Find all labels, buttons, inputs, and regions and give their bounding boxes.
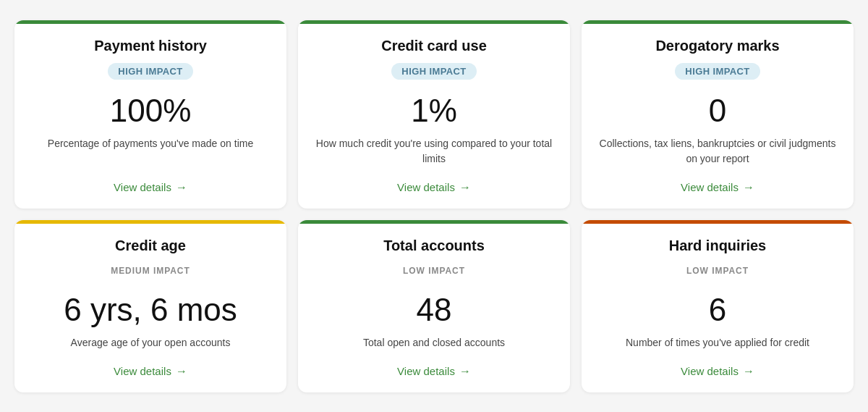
card-payment-history: Payment history HIGH IMPACT 100% Percent…: [14, 20, 286, 209]
view-details-label-hard-inquiries: View details: [681, 365, 739, 377]
card-description-derogatory-marks: Collections, tax liens, bankruptcies or …: [599, 136, 836, 167]
view-details-link-credit-age[interactable]: View details →: [114, 365, 187, 378]
card-value-total-accounts: 48: [417, 292, 452, 328]
arrow-icon-hard-inquiries: →: [743, 365, 754, 378]
card-value-hard-inquiries: 6: [709, 292, 726, 328]
impact-badge-derogatory-marks: HIGH IMPACT: [675, 63, 760, 80]
view-details-label-credit-card-use: View details: [397, 181, 455, 193]
card-title-total-accounts: Total accounts: [383, 237, 485, 254]
view-details-link-payment-history[interactable]: View details →: [114, 181, 187, 194]
card-value-credit-age: 6 yrs, 6 mos: [64, 292, 237, 328]
arrow-icon-total-accounts: →: [459, 365, 471, 378]
arrow-icon-credit-age: →: [176, 365, 187, 378]
view-details-link-total-accounts[interactable]: View details →: [397, 365, 471, 378]
card-title-credit-card-use: Credit card use: [381, 38, 487, 54]
view-details-link-credit-card-use[interactable]: View details →: [397, 181, 471, 194]
arrow-icon-credit-card-use: →: [459, 181, 471, 194]
view-details-link-derogatory-marks[interactable]: View details →: [681, 181, 754, 194]
card-description-credit-age: Average age of your open accounts: [71, 335, 231, 350]
view-details-link-hard-inquiries[interactable]: View details →: [681, 365, 754, 378]
card-title-hard-inquiries: Hard inquiries: [669, 237, 766, 254]
card-description-payment-history: Percentage of payments you've made on ti…: [48, 136, 253, 167]
card-derogatory-marks: Derogatory marks HIGH IMPACT 0 Collectio…: [582, 20, 854, 209]
card-title-derogatory-marks: Derogatory marks: [655, 38, 779, 54]
card-value-derogatory-marks: 0: [709, 93, 726, 129]
card-credit-card-use: Credit card use HIGH IMPACT 1% How much …: [298, 20, 570, 209]
view-details-label-derogatory-marks: View details: [681, 181, 739, 193]
card-description-hard-inquiries: Number of times you've applied for credi…: [626, 335, 809, 350]
card-description-total-accounts: Total open and closed accounts: [363, 335, 505, 350]
view-details-label-total-accounts: View details: [397, 365, 455, 377]
arrow-icon-derogatory-marks: →: [743, 181, 754, 194]
impact-badge-total-accounts: LOW IMPACT: [393, 263, 475, 279]
card-credit-age: Credit age MEDIUM IMPACT 6 yrs, 6 mos Av…: [14, 220, 286, 392]
impact-badge-credit-age: MEDIUM IMPACT: [101, 263, 200, 279]
card-title-credit-age: Credit age: [115, 237, 186, 254]
view-details-label-credit-age: View details: [114, 365, 171, 377]
card-value-credit-card-use: 1%: [411, 93, 457, 129]
impact-badge-hard-inquiries: LOW IMPACT: [676, 263, 759, 279]
impact-badge-payment-history: HIGH IMPACT: [108, 63, 192, 80]
card-description-credit-card-use: How much credit you're using compared to…: [315, 136, 553, 167]
credit-factors-grid: Payment history HIGH IMPACT 100% Percent…: [14, 20, 854, 392]
arrow-icon-payment-history: →: [176, 181, 187, 194]
card-hard-inquiries: Hard inquiries LOW IMPACT 6 Number of ti…: [582, 220, 854, 392]
card-value-payment-history: 100%: [110, 93, 192, 129]
card-total-accounts: Total accounts LOW IMPACT 48 Total open …: [298, 220, 570, 392]
view-details-label-payment-history: View details: [114, 181, 171, 193]
impact-badge-credit-card-use: HIGH IMPACT: [391, 63, 476, 80]
card-title-payment-history: Payment history: [94, 38, 207, 54]
